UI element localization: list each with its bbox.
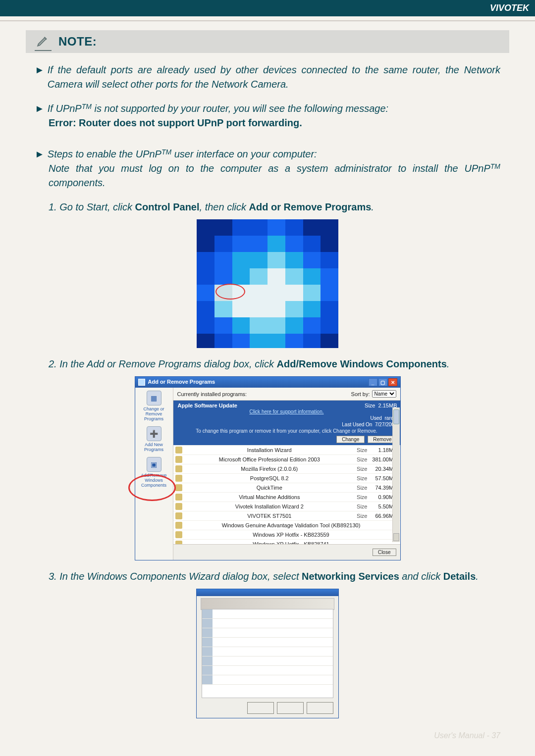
maximize-button[interactable]: ▢ xyxy=(378,378,387,386)
app-icon xyxy=(138,379,145,386)
size-label: Size xyxy=(354,456,367,462)
note-banner: NOTE: xyxy=(26,30,509,53)
program-row[interactable]: VIVOTEK ST7501Size66.96MB xyxy=(173,511,400,520)
program-row[interactable]: Windows XP Hotfix - KB828741 xyxy=(173,539,400,545)
program-name: VIVOTEK ST7501 xyxy=(185,513,354,519)
size-label: Size xyxy=(354,466,367,472)
scrollbar[interactable] xyxy=(392,407,400,542)
red-highlight-icon xyxy=(215,284,245,300)
change-remove-hint: To change this program or remove it from… xyxy=(176,428,397,434)
program-row[interactable]: Virtual Machine AdditionsSize0.90MB xyxy=(173,492,400,502)
components-icon: ▣ xyxy=(147,457,161,472)
size-label: Size xyxy=(354,475,367,481)
step-1: 1. Go to Start, click Control Panel, the… xyxy=(49,200,500,214)
screenshot-1 xyxy=(35,219,500,348)
bullet-2-text: If UPnPTM is not supported by your route… xyxy=(48,101,500,116)
program-name: Installation Wizard xyxy=(185,447,354,453)
pencil-icon xyxy=(35,32,52,49)
program-name: Mozilla Firefox (2.0.0.6) xyxy=(185,466,354,472)
minimize-button[interactable]: _ xyxy=(369,378,377,386)
program-icon xyxy=(175,531,182,538)
window-titlebar[interactable]: Add or Remove Programs _ ▢ ✕ xyxy=(135,377,400,388)
bullet-arrow-icon: ► xyxy=(35,63,45,77)
program-name: Windows Genuine Advantage Validation Too… xyxy=(185,522,397,528)
step-2: 2. In the Add or Remove Programs dialog … xyxy=(49,357,500,371)
program-icon xyxy=(175,503,182,510)
program-name: Vivotek Installation Wizard 2 xyxy=(185,504,354,509)
divider xyxy=(0,20,535,21)
scroll-down-icon[interactable] xyxy=(393,533,399,541)
close-dialog-button[interactable]: Close xyxy=(373,549,396,556)
program-name: Virtual Machine Additions xyxy=(185,494,354,500)
program-icon xyxy=(175,456,182,463)
change-button[interactable]: Change xyxy=(336,436,365,443)
bullet-arrow-icon: ► xyxy=(35,101,45,116)
program-name: QuickTime xyxy=(185,485,354,491)
program-icon xyxy=(175,475,182,482)
selected-program[interactable]: Apple Software Update Size 2.15MB Click … xyxy=(173,401,400,445)
brand-header: VIVOTEK xyxy=(0,0,535,16)
box-icon: ▦ xyxy=(147,391,161,405)
component-list[interactable] xyxy=(202,609,333,698)
close-button[interactable]: ✕ xyxy=(388,378,397,386)
bullet-3-note: Note that you must log on to the compute… xyxy=(49,161,500,190)
program-row[interactable]: Mozilla Firefox (2.0.0.6)Size20.34MB xyxy=(173,464,400,473)
screenshot-3 xyxy=(35,589,500,718)
program-name: Windows XP Hotfix - KB823559 xyxy=(185,532,397,538)
screenshot-2: Add or Remove Programs _ ▢ ✕ ▦ Change or… xyxy=(35,376,500,560)
program-row[interactable]: PostgreSQL 8.2Size57.50MB xyxy=(173,473,400,483)
size-label: Size xyxy=(354,485,367,491)
scrollbar-thumb[interactable] xyxy=(393,409,399,424)
sortby-label: Sort by: xyxy=(351,391,370,397)
installed-programs-label: Currently installed programs: xyxy=(177,391,247,397)
step-3: 3. In the Windows Components Wizard dial… xyxy=(49,569,500,584)
sidebar-item-change-remove[interactable]: ▦ Change or Remove Programs xyxy=(136,391,172,421)
program-list: Apple Software Update Size 2.15MB Click … xyxy=(173,401,400,545)
program-row[interactable]: Windows Genuine Advantage Validation Too… xyxy=(173,520,400,530)
next-button[interactable] xyxy=(277,702,304,714)
support-link[interactable]: Click here for support information. xyxy=(249,409,323,414)
sortby-select[interactable]: Name xyxy=(372,390,396,398)
size-label: Size xyxy=(354,513,367,519)
program-row[interactable]: QuickTimeSize74.39MB xyxy=(173,483,400,492)
size-label: Size xyxy=(354,447,367,453)
program-icon xyxy=(175,512,182,519)
program-row[interactable]: Installation WizardSize1.18MB xyxy=(173,445,400,454)
window-titlebar[interactable] xyxy=(197,589,338,596)
red-highlight-icon xyxy=(128,474,176,501)
program-name: Windows XP Hotfix - KB828741 xyxy=(185,541,397,545)
program-row[interactable]: Vivotek Installation Wizard 2Size5.50MB xyxy=(173,502,400,511)
program-icon xyxy=(175,465,182,472)
back-button[interactable] xyxy=(247,702,274,714)
program-icon xyxy=(175,484,182,491)
size-label: Size xyxy=(354,504,367,509)
cancel-button[interactable] xyxy=(307,702,333,714)
sidebar: ▦ Change or Remove Programs ➕ Add New Pr… xyxy=(135,388,173,560)
program-name: Microsoft Office Professional Edition 20… xyxy=(185,456,354,462)
size-label: Size xyxy=(354,494,367,500)
sidebar-item-add-new[interactable]: ➕ Add New Programs xyxy=(136,426,172,452)
program-row[interactable]: Microsoft Office Professional Edition 20… xyxy=(173,454,400,464)
bullet-1-text: If the default ports are already used by… xyxy=(48,63,500,92)
program-icon xyxy=(175,522,182,529)
program-icon xyxy=(175,447,182,454)
program-icon xyxy=(175,494,182,501)
add-icon: ➕ xyxy=(147,426,161,441)
page-footer: User's Manual - 37 xyxy=(434,731,500,740)
window-title: Add or Remove Programs xyxy=(148,379,215,385)
bullet-3-text: Steps to enable the UPnPTM user interfac… xyxy=(48,147,500,161)
program-name: PostgreSQL 8.2 xyxy=(185,475,354,481)
bullet-arrow-icon: ► xyxy=(35,147,45,161)
bullet-2-error: Error: Router does not support UPnP port… xyxy=(49,116,500,130)
program-row[interactable]: Windows XP Hotfix - KB823559 xyxy=(173,530,400,539)
note-label: NOTE: xyxy=(58,35,97,49)
program-icon xyxy=(175,541,182,545)
